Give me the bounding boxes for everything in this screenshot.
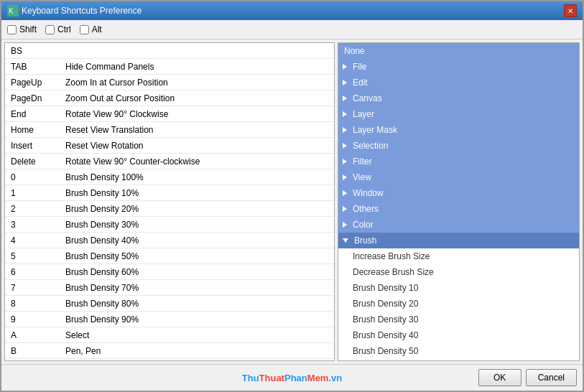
cmd-category-edit[interactable]: Edit (338, 75, 579, 90)
action-cell: Hide Command Panels (62, 62, 334, 72)
key-cell: 4 (5, 235, 62, 246)
cmd-item[interactable]: Brush Density 60 (338, 359, 579, 360)
cmd-category-view[interactable]: View (338, 169, 579, 185)
action-cell: Select (62, 330, 334, 340)
table-row[interactable]: 8Brush Density 80% (5, 296, 334, 312)
table-row[interactable]: 2Brush Density 20% (5, 201, 334, 217)
dialog-title: Keyboard Shortcuts Preference (22, 6, 142, 16)
action-cell: Rotate View 90° Clockwise (62, 109, 334, 119)
key-cell: End (5, 109, 62, 119)
alt-checkbox-group: Alt (80, 24, 102, 34)
table-row[interactable]: PageUpZoom In at Cursor Position (5, 75, 334, 90)
category-label: Edit (353, 78, 368, 88)
cmd-category-window[interactable]: Window (338, 185, 579, 201)
table-row[interactable]: 1Brush Density 10% (5, 185, 334, 201)
key-cell: TAB (5, 62, 62, 72)
alt-label: Alt (92, 24, 102, 34)
chevron-right-icon (343, 95, 347, 101)
action-cell: Reset View Rotation (62, 141, 334, 151)
key-cell: A (5, 330, 62, 340)
action-cell: Brush Density 70% (62, 283, 334, 293)
table-row[interactable]: BPen, Pen (5, 343, 334, 359)
key-cell: Delete (5, 157, 62, 167)
action-cell: Brush Density 60% (62, 267, 334, 277)
category-label: Selection (353, 141, 388, 151)
table-row[interactable]: 0Brush Density 100% (5, 169, 334, 185)
cmd-category-filter[interactable]: Filter (338, 154, 579, 169)
table-row[interactable]: ASelect (5, 327, 334, 343)
cmd-item[interactable]: Increase Brush Size (338, 248, 579, 264)
svg-text:K: K (9, 7, 14, 15)
command-list[interactable]: NoneFileEditCanvasLayerLayer MaskSelecti… (338, 43, 579, 360)
action-cell: Reset View Translation (62, 125, 334, 135)
key-cell: Home (5, 125, 62, 135)
alt-checkbox[interactable] (80, 25, 89, 34)
action-cell: Rotate View 90° Counter-clockwise (62, 157, 334, 167)
category-label: Others (353, 204, 379, 214)
action-cell: Brush Density 40% (62, 235, 334, 246)
cmd-category-layer[interactable]: Layer (338, 106, 579, 122)
ctrl-label: Ctrl (57, 24, 71, 34)
table-row[interactable]: 4Brush Density 40% (5, 233, 334, 248)
key-cell: 1 (5, 188, 62, 198)
shift-checkbox-group: Shift (7, 24, 37, 34)
cmd-item[interactable]: Brush Density 50 (338, 343, 579, 359)
action-cell: Zoom In at Cursor Position (62, 78, 334, 88)
cmd-category-canvas[interactable]: Canvas (338, 90, 579, 106)
table-row[interactable]: TABHide Command Panels (5, 59, 334, 75)
ctrl-checkbox[interactable] (45, 25, 55, 34)
key-cell: 6 (5, 267, 62, 277)
table-row[interactable]: 6Brush Density 60% (5, 264, 334, 280)
action-cell: Brush Density 80% (62, 299, 334, 309)
table-row[interactable]: BS (5, 43, 334, 59)
cmd-category-selection[interactable]: Selection (338, 138, 579, 154)
category-label: View (353, 172, 371, 182)
cmd-item[interactable]: Decrease Brush Size (338, 264, 579, 280)
action-cell: Brush Density 30% (62, 220, 334, 230)
table-row[interactable]: 9Brush Density 90% (5, 312, 334, 327)
shortcut-list[interactable]: BSTABHide Command PanelsPageUpZoom In at… (5, 43, 334, 360)
cmd-category-file[interactable]: File (338, 59, 579, 75)
table-row[interactable]: DeleteRotate View 90° Counter-clockwise (5, 154, 334, 169)
key-cell: 7 (5, 283, 62, 293)
table-row[interactable]: CWater (5, 359, 334, 360)
cancel-button[interactable]: Cancel (526, 369, 577, 386)
chevron-right-icon (343, 80, 347, 85)
cmd-item[interactable]: Brush Density 20 (338, 296, 579, 312)
ok-button[interactable]: OK (478, 369, 522, 386)
close-button[interactable]: ✕ (564, 4, 577, 17)
title-bar-left: K Keyboard Shortcuts Preference (7, 5, 142, 17)
left-panel: BSTABHide Command PanelsPageUpZoom In at… (4, 42, 335, 361)
action-cell: Zoom Out at Cursor Position (62, 93, 334, 103)
table-row[interactable]: 3Brush Density 30% (5, 217, 334, 233)
action-cell: Brush Density 10% (62, 188, 334, 198)
table-row[interactable]: PageDnZoom Out at Cursor Position (5, 90, 334, 106)
action-cell: Pen, Pen (62, 346, 334, 356)
right-panel: NoneFileEditCanvasLayerLayer MaskSelecti… (338, 42, 580, 361)
cmd-item[interactable]: Brush Density 30 (338, 312, 579, 327)
title-bar: K Keyboard Shortcuts Preference ✕ (1, 1, 583, 20)
table-row[interactable]: HomeReset View Translation (5, 122, 334, 138)
action-cell: Brush Density 100% (62, 172, 334, 182)
cmd-category-layer-mask[interactable]: Layer Mask (338, 122, 579, 138)
table-row[interactable]: EndRotate View 90° Clockwise (5, 106, 334, 122)
cmd-none-item[interactable]: None (338, 43, 579, 59)
category-label: Canvas (353, 93, 382, 103)
chevron-right-icon (343, 127, 347, 133)
main-content: BSTABHide Command PanelsPageUpZoom In at… (1, 39, 583, 364)
key-cell: 3 (5, 220, 62, 230)
table-row[interactable]: InsertReset View Rotation (5, 138, 334, 154)
cmd-item[interactable]: Brush Density 40 (338, 327, 579, 343)
key-cell: 8 (5, 299, 62, 309)
cmd-category-others[interactable]: Others (338, 201, 579, 217)
shift-checkbox[interactable] (7, 25, 17, 34)
table-row[interactable]: 7Brush Density 70% (5, 280, 334, 296)
cmd-item[interactable]: Brush Density 10 (338, 280, 579, 296)
cmd-category-color[interactable]: Color (338, 217, 579, 233)
dialog: K Keyboard Shortcuts Preference ✕ Shift … (0, 0, 584, 392)
ctrl-checkbox-group: Ctrl (45, 24, 71, 34)
table-row[interactable]: 5Brush Density 50% (5, 248, 334, 264)
cmd-category-brush[interactable]: Brush (338, 233, 579, 248)
key-cell: 0 (5, 172, 62, 182)
footer: ThuThuatPhanMem.vn OK Cancel (1, 364, 583, 391)
